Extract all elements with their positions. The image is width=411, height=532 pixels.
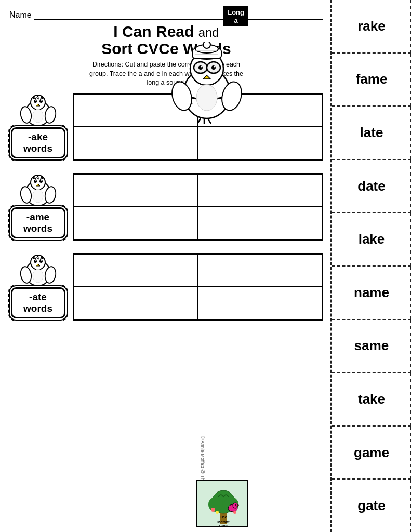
- svg-line-66: [32, 285, 34, 287]
- sidebar-word-lake[interactable]: lake: [332, 213, 411, 267]
- svg-point-80: [216, 511, 219, 514]
- svg-point-28: [39, 100, 43, 103]
- sidebar-word-same[interactable]: same: [332, 320, 411, 374]
- sort-cell-ame-1[interactable]: [74, 174, 198, 207]
- svg-point-30: [41, 100, 42, 101]
- name-write-line[interactable]: [34, 9, 323, 20]
- title-line1: I Can Read and: [9, 23, 323, 40]
- ake-label-line1: -ake: [28, 131, 48, 142]
- svg-point-61: [35, 260, 36, 261]
- svg-point-69: [33, 269, 43, 283]
- chick-label-ate: -ate words: [9, 255, 67, 318]
- svg-line-18: [208, 118, 211, 124]
- svg-point-45: [35, 180, 36, 181]
- svg-point-79: [211, 508, 215, 512]
- svg-text:The: The: [220, 515, 228, 520]
- sort-row-ame: -ame words: [9, 173, 323, 241]
- sort-cell-ake-3[interactable]: [74, 127, 198, 159]
- svg-point-73: [208, 497, 223, 512]
- sidebar-word-game[interactable]: game: [332, 427, 411, 480]
- svg-point-62: [41, 260, 42, 261]
- sort-grid-ame: [73, 173, 323, 241]
- word-family-ake: -ake words: [11, 127, 65, 158]
- name-label: Name: [9, 10, 32, 20]
- sidebar-word-gate[interactable]: gate: [332, 480, 411, 532]
- svg-point-59: [34, 260, 37, 263]
- sort-cell-ate-1[interactable]: [74, 254, 198, 287]
- sort-cell-ate-4[interactable]: [198, 287, 322, 320]
- svg-line-68: [42, 285, 44, 287]
- name-section: Name: [9, 9, 323, 20]
- chick-label-ame: -ame words: [9, 175, 67, 238]
- svg-point-19: [196, 85, 217, 111]
- chick-label-ake: -ake words: [9, 95, 67, 158]
- svg-text:Moffatt: Moffatt: [217, 520, 230, 524]
- ame-label-line2: words: [23, 223, 52, 234]
- svg-line-52: [42, 205, 44, 207]
- title-connector: and: [198, 25, 219, 39]
- svg-point-81: [233, 511, 236, 514]
- page: Name Longa I Can Read and Sort CVCe Word…: [0, 0, 411, 532]
- svg-point-53: [33, 189, 43, 203]
- sort-row-ate: -ate words: [9, 253, 323, 321]
- ame-label-line1: -ame: [26, 211, 49, 222]
- word-family-ate: -ate words: [11, 287, 65, 318]
- sidebar-word-late[interactable]: late: [332, 107, 411, 160]
- chick-svg-ake: [19, 95, 58, 127]
- sort-cell-ate-3[interactable]: [74, 287, 198, 320]
- svg-text:GirlS: GirlS: [219, 524, 228, 527]
- long-a-badge: Longa: [223, 6, 248, 26]
- svg-point-27: [34, 100, 37, 103]
- sidebar-word-fame[interactable]: fame: [332, 54, 411, 107]
- svg-point-12: [214, 66, 216, 68]
- title-line2: Sort CVCe Words: [9, 40, 323, 57]
- ate-label-line2: words: [23, 303, 52, 314]
- right-sidebar: rake fame late date lake name same take …: [330, 0, 411, 532]
- svg-line-16: [197, 118, 201, 124]
- sort-cell-ame-3[interactable]: [74, 207, 198, 240]
- sort-cell-ame-2[interactable]: [198, 174, 322, 207]
- logo-svg: The Moffatt GirlS: [197, 481, 248, 527]
- title-bold: I Can Read: [113, 23, 194, 40]
- sidebar-word-name[interactable]: name: [332, 267, 411, 320]
- sort-cell-ake-4[interactable]: [198, 127, 322, 159]
- svg-point-5: [203, 42, 210, 48]
- svg-point-37: [33, 109, 43, 123]
- sort-groups: -ake words: [9, 93, 323, 321]
- bird-illustration: [170, 42, 243, 125]
- logo-box: The Moffatt GirlS: [196, 480, 248, 527]
- sidebar-word-take[interactable]: take: [332, 373, 411, 427]
- svg-point-78: [235, 504, 236, 506]
- svg-line-36: [42, 125, 44, 127]
- svg-line-50: [32, 205, 34, 207]
- svg-point-11: [201, 66, 203, 68]
- sort-cell-ame-4[interactable]: [198, 207, 322, 240]
- svg-point-29: [35, 100, 36, 101]
- sort-row-ake: -ake words: [9, 93, 323, 161]
- sort-cell-ate-2[interactable]: [198, 254, 322, 287]
- word-family-ame: -ame words: [11, 207, 65, 238]
- title-area: I Can Read and Sort CVCe Words: [9, 23, 323, 57]
- svg-point-60: [39, 260, 43, 263]
- svg-point-43: [34, 180, 37, 183]
- chick-svg-ame: [19, 175, 58, 207]
- svg-point-46: [41, 180, 42, 181]
- svg-point-44: [39, 180, 43, 183]
- sidebar-word-date[interactable]: date: [332, 160, 411, 214]
- ate-label-line1: -ate: [29, 291, 47, 302]
- main-content: Name Longa I Can Read and Sort CVCe Word…: [0, 0, 330, 532]
- svg-line-34: [32, 125, 34, 127]
- bird-svg: [170, 42, 243, 125]
- sort-grid-ate: [73, 253, 323, 321]
- ake-label-line2: words: [23, 143, 52, 154]
- chick-svg-ate: [19, 255, 58, 287]
- sidebar-word-rake[interactable]: rake: [332, 0, 411, 54]
